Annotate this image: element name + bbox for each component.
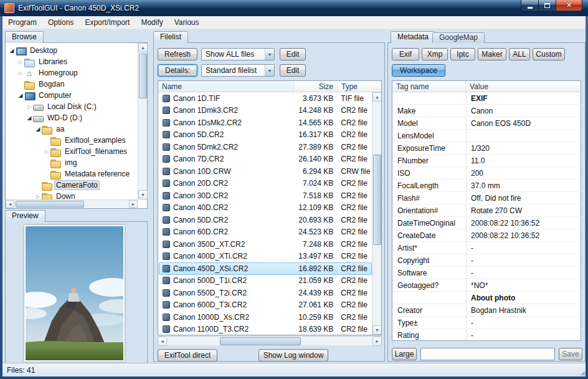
expander-expanded-icon[interactable]: ◢ bbox=[26, 115, 33, 121]
file-row-canon-40d-cr2[interactable]: Canon 40D.CR212.109 KBCR2 file bbox=[159, 202, 372, 214]
file-row-canon-50d-cr2[interactable]: Canon 50D.CR220.693 KBCR2 file bbox=[159, 214, 372, 226]
file-row-canon-550d-t2i-cr2[interactable]: Canon 550D_T2i.CR224.439 KBCR2 file bbox=[159, 287, 372, 299]
tree-item-exiftool-filenames[interactable]: ▷ExifTool_filenames bbox=[6, 146, 138, 157]
large-button[interactable]: Large bbox=[392, 348, 417, 360]
resize-grip[interactable]: ◢ bbox=[580, 370, 585, 376]
file-row-canon-60d-cr2[interactable]: Canon 60D.CR224.523 KBCR2 file bbox=[159, 226, 372, 239]
column-header-size[interactable]: Size bbox=[294, 81, 338, 92]
column-header-name[interactable]: Name bbox=[158, 81, 294, 92]
save-button[interactable]: Save bbox=[559, 348, 582, 360]
file-row-canon-1d-tif[interactable]: Canon 1D.TIF3.673 KBTIF file bbox=[159, 92, 372, 105]
column-header-value[interactable]: Value bbox=[466, 81, 581, 92]
file-row-canon-5dmk2-cr2[interactable]: Canon 5Dmk2.CR227.389 KBCR2 file bbox=[159, 141, 372, 153]
scroll-down-icon[interactable]: ▼ bbox=[372, 325, 382, 335]
expander-expanded-icon[interactable]: ◢ bbox=[8, 47, 16, 54]
scroll-left-icon[interactable]: ◄ bbox=[158, 337, 167, 346]
scroll-down-icon[interactable]: ▼ bbox=[138, 190, 148, 199]
file-row-canon-500d-t1i-cr2[interactable]: Canon 500D_T1i.CR221.059 KBCR2 file bbox=[159, 275, 372, 287]
metadata-row-geotagged[interactable]: Geotagged?*NO* bbox=[393, 279, 580, 292]
scroll-up-icon[interactable]: ▲ bbox=[138, 43, 148, 52]
metadata-row-copyright[interactable]: Copyright- bbox=[393, 254, 580, 267]
tree-item-down[interactable]: ▷Down bbox=[6, 191, 138, 199]
tab-preview[interactable]: Preview bbox=[5, 210, 45, 222]
metadata-row-orientation[interactable]: Orientation#Rotate 270 CW bbox=[393, 204, 580, 217]
metadata-row-about-photo[interactable]: About photo bbox=[393, 292, 580, 304]
file-row-canon-1100d-t3-cr2[interactable]: Canon 1100D_T3.CR218.639 KBCR2 file bbox=[159, 324, 372, 335]
metadata-row-focallength[interactable]: FocalLength37.0 mm bbox=[393, 180, 580, 192]
tab-metadata[interactable]: Metadata bbox=[391, 31, 435, 43]
file-row-canon-450d-xsi-cr2[interactable]: Canon 450D_XSi.CR216.892 KBCR2 file bbox=[159, 262, 372, 275]
xmp-filter-button[interactable]: Xmp bbox=[422, 48, 448, 60]
exiftool-direct-button[interactable]: ExifTool direct bbox=[158, 349, 217, 362]
tree-hscroll-thumb[interactable] bbox=[16, 201, 84, 208]
metadata-row-flash[interactable]: Flash#Off, Did not fire bbox=[393, 192, 580, 204]
tab-browse[interactable]: Browse bbox=[5, 31, 44, 43]
file-row-canon-10d-crw[interactable]: Canon 10D.CRW6.294 KBCRW file bbox=[159, 165, 372, 178]
metadata-row-rating[interactable]: Rating- bbox=[393, 329, 580, 340]
metadata-row-creator[interactable]: CreatorBogdan Hrastnik bbox=[393, 304, 580, 317]
file-row-canon-1000d-xs-cr2[interactable]: Canon 1000D_Xs.CR210.259 KBCR2 file bbox=[159, 311, 372, 324]
all-filter-button[interactable]: ALL bbox=[509, 48, 530, 60]
tree-item-computer[interactable]: ◢Computer bbox=[6, 90, 138, 101]
metadata-row-type[interactable]: Type±- bbox=[393, 317, 580, 329]
filelist-scroll-thumb[interactable] bbox=[373, 155, 381, 245]
tree-item-homegroup[interactable]: ▷⌂Homegroup bbox=[6, 67, 138, 79]
metadata-row-iso[interactable]: ISO200 bbox=[393, 167, 580, 180]
scroll-right-icon[interactable]: ► bbox=[372, 337, 382, 346]
file-row-canon-1dsmk2-cr2[interactable]: Canon 1DsMk2.CR214.565 KBCR2 file bbox=[159, 117, 372, 129]
refresh-button[interactable]: Refresh bbox=[158, 48, 197, 60]
expander-collapsed-icon[interactable]: ▷ bbox=[34, 194, 42, 199]
expander-collapsed-icon[interactable]: ▷ bbox=[17, 59, 24, 65]
tree-item-aa[interactable]: ◢aa bbox=[6, 123, 138, 135]
file-row-canon-350d-xt-cr2[interactable]: Canon 350D_XT.CR27.248 KBCR2 file bbox=[159, 238, 372, 251]
menu-modify[interactable]: Modify bbox=[135, 16, 168, 29]
tab-filelist[interactable]: Filelist bbox=[153, 31, 188, 43]
close-button[interactable]: ✕ bbox=[556, 0, 582, 11]
custom-filter-button[interactable]: Custom bbox=[533, 48, 565, 60]
column-header-type[interactable]: Type bbox=[338, 81, 372, 92]
tab-googlemap[interactable]: GoogleMap bbox=[432, 32, 485, 43]
exif-filter-button[interactable]: Exif bbox=[392, 48, 419, 60]
iptc-filter-button[interactable]: Iptc bbox=[450, 48, 475, 60]
expander-collapsed-icon[interactable]: ▷ bbox=[17, 70, 24, 76]
titlebar[interactable]: ExifToolGUI - Canon 450D_XSi.CR2 ✕ bbox=[0, 0, 588, 16]
file-row-canon-30d-cr2[interactable]: Canon 30D.CR27.518 KBCR2 file bbox=[159, 190, 372, 202]
tree-vertical-scrollbar[interactable]: ▲ ▼ bbox=[138, 43, 147, 199]
expander-collapsed-icon[interactable]: ▷ bbox=[26, 104, 33, 110]
file-row-canon-400d-xti-cr2[interactable]: Canon 400D_XTi.CR213.497 KBCR2 file bbox=[159, 251, 372, 263]
menu-various[interactable]: Various bbox=[169, 16, 205, 29]
metadata-row-lensmodel[interactable]: LensModel bbox=[393, 130, 580, 142]
tree-item-bogdan[interactable]: Bogdan bbox=[6, 79, 138, 90]
metadata-row-software[interactable]: Software- bbox=[393, 267, 580, 279]
tree-item-exiftool-examples[interactable]: Exiftool_examples bbox=[6, 135, 138, 146]
tree-item-camerafoto[interactable]: CameraFoto bbox=[6, 180, 138, 191]
filelist-horizontal-scrollbar[interactable]: ◄ ► bbox=[158, 336, 382, 345]
scroll-up-icon[interactable]: ▲ bbox=[372, 92, 382, 102]
show-log-button[interactable]: Show Log window bbox=[258, 349, 328, 362]
filelist-vertical-scrollbar[interactable]: ▲ ▼ bbox=[372, 92, 381, 335]
file-row-canon-1dmk3-cr2[interactable]: Canon 1Dmk3.CR214.248 KBCR2 file bbox=[159, 105, 372, 117]
tree-item-libraries[interactable]: ▷Libraries bbox=[6, 56, 138, 67]
tree-item-metadata-reference[interactable]: Metadata reference bbox=[6, 168, 138, 180]
metadata-row-make[interactable]: MakeCanon bbox=[393, 105, 580, 117]
tree-horizontal-scrollbar[interactable]: ◄ ► bbox=[6, 199, 138, 208]
scroll-left-icon[interactable]: ◄ bbox=[6, 200, 14, 208]
menu-export-import[interactable]: Export/Import bbox=[79, 16, 135, 29]
scroll-right-icon[interactable]: ► bbox=[129, 200, 138, 208]
tree-item-desktop[interactable]: ◢Desktop bbox=[6, 45, 138, 56]
column-header-tag-name[interactable]: Tag name bbox=[392, 81, 466, 92]
metadata-row-artist[interactable]: Artist*- bbox=[393, 242, 580, 254]
filelist-hscroll-thumb[interactable] bbox=[220, 337, 301, 345]
details-edit-button[interactable]: Edit bbox=[280, 64, 306, 77]
maker-filter-button[interactable]: Maker bbox=[478, 48, 506, 60]
file-row-canon-600d-t3i-cr2[interactable]: Canon 600D_T3i.CR227.061 KBCR2 file bbox=[159, 299, 372, 312]
metadata-row-fnumber[interactable]: FNumber11.0 bbox=[393, 155, 580, 167]
file-row-canon-7d-cr2[interactable]: Canon 7D.CR226.140 KBCR2 file bbox=[159, 153, 372, 166]
expander-expanded-icon[interactable]: ◢ bbox=[34, 126, 42, 132]
metadata-row-exposuretime[interactable]: ExposureTime1/320 bbox=[393, 142, 580, 155]
tree-scroll-thumb[interactable] bbox=[139, 54, 147, 98]
minimize-button[interactable] bbox=[521, 0, 539, 11]
metadata-row-datetimeoriginal[interactable]: DateTimeOriginal2008:08:22 10:36:52 bbox=[393, 217, 580, 229]
expander-expanded-icon[interactable]: ◢ bbox=[17, 92, 24, 98]
file-row-canon-20d-cr2[interactable]: Canon 20D.CR27.024 KBCR2 file bbox=[159, 178, 372, 190]
